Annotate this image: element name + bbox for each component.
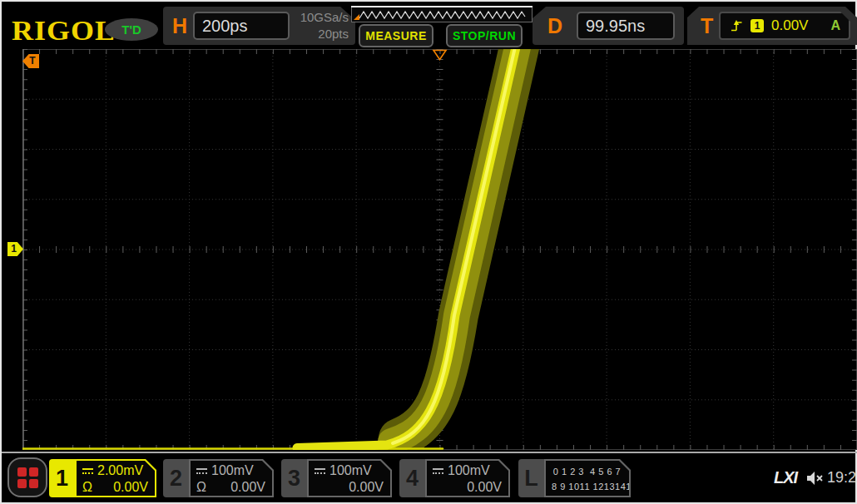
channel1-number[interactable]: 1	[49, 459, 75, 497]
graticule	[22, 49, 857, 450]
dc-coupling-icon	[433, 468, 443, 474]
logic-label[interactable]: L	[518, 459, 544, 497]
horizontal-panel[interactable]: H 200ps 10GSa/s 20pts	[163, 7, 355, 45]
timebase-value[interactable]: 200ps	[193, 12, 290, 40]
home-menu-button[interactable]	[7, 457, 47, 497]
channel3-scale: 100mV	[329, 463, 372, 478]
menu-grid-icon	[17, 467, 38, 488]
trigger-label: T	[701, 14, 713, 38]
channel2-number[interactable]: 2	[163, 459, 189, 497]
channel1-status[interactable]: 1 2.00mV Ω 0.00V	[49, 459, 156, 497]
channel4-scale: 100mV	[448, 463, 490, 478]
horizontal-label: H	[172, 14, 187, 38]
channel2-status[interactable]: 2 100mV Ω 0.00V	[163, 459, 274, 497]
sample-rate-readout: 10GSa/s 20pts	[300, 9, 349, 42]
logic-row-0-7: 0 1 2 3 4 5 6 7	[552, 464, 622, 479]
measure-button[interactable]: MEASURE	[359, 24, 433, 47]
channel1-offset: 0.00V	[113, 480, 148, 495]
delay-value[interactable]: 99.95ns	[577, 12, 675, 40]
rigol-logo: RIGOL	[12, 15, 116, 47]
channel1-ground-flag[interactable]: 1	[7, 242, 23, 256]
channel3-number[interactable]: 3	[281, 459, 307, 497]
speaker-muted-icon[interactable]	[805, 469, 825, 487]
sample-rate: 10GSa/s	[300, 10, 349, 24]
channel4-status[interactable]: 4 100mV 0.00V	[399, 459, 510, 497]
memory-position-bar[interactable]	[351, 5, 533, 23]
trigger-panel[interactable]: T 1 0.00V A	[687, 7, 857, 45]
channel3-status[interactable]: 3 100mV 0.00V	[281, 459, 392, 497]
delay-label: D	[547, 14, 562, 38]
trigger-source-badge: 1	[750, 19, 764, 32]
logic-channels-status[interactable]: L 0 1 2 3 4 5 6 7 8 9 1011 12131415	[518, 459, 631, 497]
stop-run-button[interactable]: STOP/RUN	[446, 24, 523, 47]
trigger-settings-box[interactable]: 1 0.00V A	[719, 12, 850, 40]
channel4-number[interactable]: 4	[399, 459, 425, 497]
delay-panel[interactable]: D 99.95ns	[533, 7, 684, 45]
waveform-display-area[interactable]	[22, 49, 857, 450]
lxi-indicator: LXI	[774, 468, 797, 487]
trigger-status-badge: T'D	[105, 18, 158, 41]
channel1-impedance: Ω	[82, 480, 92, 495]
trigger-mode-auto: A	[830, 18, 840, 33]
bottom-separator	[2, 452, 857, 453]
memory-depth: 20pts	[318, 27, 349, 41]
rising-edge-trigger-icon	[731, 19, 743, 32]
channel1-scale: 2.00mV	[97, 463, 143, 478]
logic-row-8-15: 8 9 1011 12131415	[552, 479, 622, 494]
oscilloscope-screen: RIGOL T'D H 200ps 10GSa/s 20pts MEASURE …	[0, 0, 857, 504]
channel2-scale: 100mV	[211, 463, 254, 478]
channel2-offset: 0.00V	[230, 480, 265, 495]
channel3-offset: 0.00V	[349, 480, 384, 495]
trigger-level-value: 0.00V	[771, 17, 808, 34]
dc-coupling-icon	[82, 468, 93, 474]
dc-coupling-icon	[196, 468, 207, 474]
dc-coupling-icon	[315, 468, 325, 474]
channel2-impedance: Ω	[196, 480, 206, 495]
channel4-offset: 0.00V	[467, 480, 502, 495]
clock: 19:21	[827, 469, 857, 487]
